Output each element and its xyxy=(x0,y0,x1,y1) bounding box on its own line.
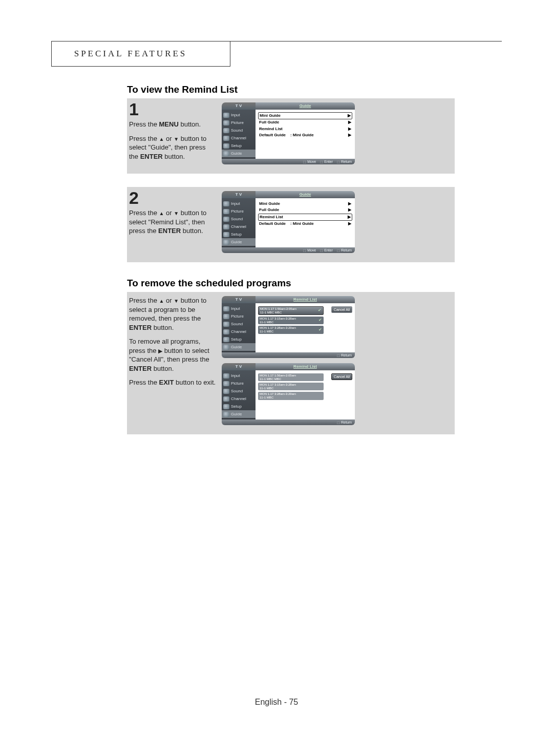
remind-item[interactable]: MON 1.17 3:28am-3:29am11-1 MBC ✔ xyxy=(258,326,324,333)
instruction-text: Press the or button to select "Remind Li… xyxy=(129,208,217,236)
step-number: 1 xyxy=(129,100,217,118)
osd-screenshot-2: T V Guide Input Picture Sound Channel Se… xyxy=(222,191,355,253)
osd-tv-label: T V xyxy=(222,102,256,110)
menu-item-remind-list[interactable]: Remind List▶ xyxy=(258,126,352,132)
subheading-remove-programs: To remove the scheduled programs xyxy=(127,278,455,289)
check-icon: ✔ xyxy=(318,318,322,323)
up-arrow-icon xyxy=(159,209,164,217)
cancel-all-button[interactable]: Cancel All xyxy=(331,306,352,313)
instruction-text: To remove all programs, press the button… xyxy=(129,337,217,373)
osd-screenshot-1: T V Guide Input Picture Sound Channel Se… xyxy=(222,102,355,164)
osd-screenshot-3: T V Remind List Input Picture Sound Chan… xyxy=(222,296,355,358)
remind-item[interactable]: MON 1.17 3:15am-3:28am11-1 MBC ✔ xyxy=(258,317,324,324)
osd-title: Guide xyxy=(256,102,355,110)
instruction-text: Press the MENU button. xyxy=(129,120,217,129)
osd-screenshot-4: T V Remind List Input Picture Sound Chan… xyxy=(222,363,355,425)
cancel-all-button[interactable]: Cancel All xyxy=(331,373,352,380)
nav-icon xyxy=(223,136,229,141)
down-arrow-icon xyxy=(174,297,179,304)
menu-item-mini-guide[interactable]: Mini Guide▶ xyxy=(258,112,352,119)
down-arrow-icon xyxy=(174,135,179,142)
menu-item-default-guide[interactable]: Default Guide : Mini Guide▶ xyxy=(258,132,352,138)
osd-left-nav: Input Picture Sound Channel Setup Guide xyxy=(222,110,256,159)
up-arrow-icon xyxy=(159,135,164,142)
page-number: English - 75 xyxy=(0,698,553,707)
remind-item[interactable]: MON 1.17 3:15am-3:28am11-1 MBC xyxy=(258,383,324,390)
step-1: 1 Press the MENU button. Press the or bu… xyxy=(127,98,455,174)
footer-return: Return xyxy=(337,160,352,163)
remind-item[interactable]: MON 1.17 1:56am-2:05am11-1 MBC MBC ✔ xyxy=(258,306,324,315)
instruction-text: Press the or button to select "Guide", t… xyxy=(129,134,217,161)
nav-icon xyxy=(223,128,229,133)
check-icon: ✔ xyxy=(318,308,322,313)
osd-title: Guide xyxy=(256,191,355,198)
section-header: SPECIAL FEATURES xyxy=(51,41,230,67)
menu-item-default-guide[interactable]: Default Guide : Mini Guide▶ xyxy=(258,221,352,227)
footer-enter: Enter xyxy=(320,160,333,163)
nav-icon xyxy=(223,143,229,149)
subheading-view-remind: To view the Remind List xyxy=(127,84,455,95)
instruction-text: Press the EXIT button to exit. xyxy=(129,378,217,387)
step-remove: Press the or button to select a program … xyxy=(127,292,455,434)
check-icon: ✔ xyxy=(318,328,322,332)
step-number: 2 xyxy=(129,189,217,206)
right-arrow-icon xyxy=(158,347,162,354)
remind-item[interactable]: MON 1.17 3:28am-3:29am11-1 MBC xyxy=(258,392,324,400)
footer-move: Move xyxy=(303,160,316,163)
menu-item-full-guide[interactable]: Full Guide▶ xyxy=(258,207,352,213)
step-2: 2 Press the or button to select "Remind … xyxy=(127,187,455,262)
menu-item-full-guide[interactable]: Full Guide▶ xyxy=(258,119,352,125)
down-arrow-icon xyxy=(174,209,179,217)
nav-icon xyxy=(223,113,229,118)
menu-item-mini-guide[interactable]: Mini Guide▶ xyxy=(258,201,352,207)
nav-icon xyxy=(223,120,229,125)
menu-item-remind-list[interactable]: Remind List▶ xyxy=(258,214,352,221)
remind-item[interactable]: MON 1.17 1:56am-2:05am11-1 MBC MBC xyxy=(258,373,324,381)
up-arrow-icon xyxy=(159,297,164,304)
nav-icon xyxy=(223,151,229,156)
instruction-text: Press the or button to select a program … xyxy=(129,296,217,332)
osd-tv-label: T V xyxy=(222,191,256,198)
